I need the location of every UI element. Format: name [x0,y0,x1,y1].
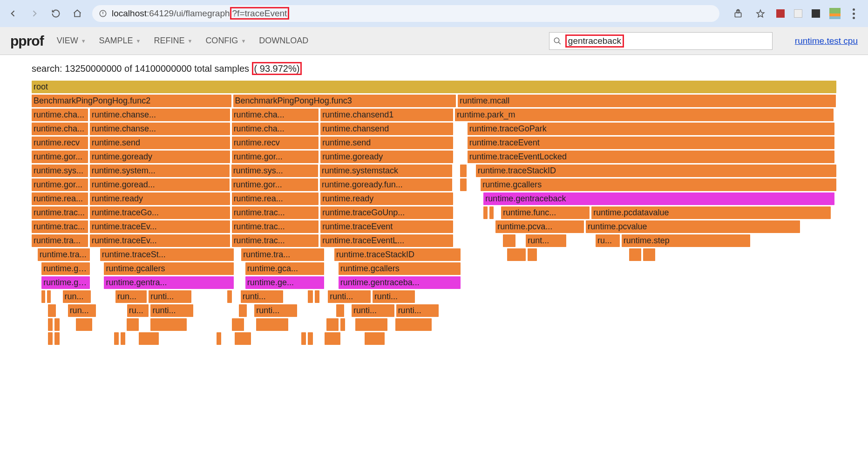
flame-frame[interactable]: runtime.gentraceback [483,192,834,205]
flame-frame[interactable] [395,318,432,331]
flame-frame[interactable]: runtime.traceStackID [476,165,836,177]
flame-frame[interactable]: runt... [526,234,566,247]
flame-frame[interactable]: runtime.sys... [231,165,318,177]
flame-frame[interactable]: runtime.trac... [32,220,88,233]
flame-frame[interactable]: runtime.gca... [245,262,324,275]
flame-frame[interactable] [48,304,56,317]
flame-frame[interactable]: runtime.cha... [232,123,319,135]
flame-frame[interactable]: runtime.func... [501,206,590,219]
flame-frame[interactable]: runtime.chanse... [90,109,230,121]
flame-frame[interactable]: runtime.systemstack [320,165,452,177]
flame-frame[interactable]: runtime.chansend [320,123,453,135]
flame-frame[interactable]: runtime.pcdatavalue [591,206,830,219]
flame-frame[interactable]: runtime.traceEventLocked [468,151,834,163]
flame-frame[interactable] [340,318,345,331]
extension-2[interactable] [794,9,802,18]
flame-frame[interactable]: runtime.gor... [32,178,88,191]
flame-frame[interactable] [308,290,312,303]
flame-frame[interactable]: runtime.ready [90,192,230,205]
flame-frame[interactable]: runtime.pcvalue [586,220,800,233]
flame-frame[interactable]: ru... [127,304,149,317]
flame-frame[interactable]: runtime.trac... [232,220,319,233]
flame-frame[interactable] [114,332,119,345]
flame-frame[interactable]: runti... [241,290,284,303]
search-input[interactable]: gentraceback [549,32,773,50]
star-icon[interactable] [754,7,767,20]
flame-frame[interactable]: runtime.ready [320,192,453,205]
flame-frame[interactable]: runti... [396,304,439,317]
flame-frame[interactable]: runtime.ge... [245,276,324,289]
flame-frame[interactable]: runti... [150,304,193,317]
flame-frame[interactable] [139,332,159,345]
flame-frame[interactable]: runtime.send [320,137,453,149]
flame-frame[interactable]: runtime.traceGoUnp... [320,206,453,219]
flame-frame[interactable]: runtime.chanse... [90,123,230,135]
flame-frame[interactable]: runtime.traceEvent [468,137,834,149]
home-button[interactable] [71,7,84,20]
flame-frame[interactable] [643,248,655,261]
flame-frame[interactable]: run... [63,290,91,303]
flame-frame[interactable]: runtime.gor... [231,178,318,191]
flame-frame[interactable]: runtime.trac... [232,234,319,247]
flame-frame[interactable]: runtime.traceGoPark [468,123,834,135]
flame-frame[interactable]: runtime.send [90,137,230,149]
address-bar[interactable]: localhost:64129/ui/flamegraph?f=traceEve… [92,5,719,22]
flame-frame[interactable]: runtime.tra... [241,248,324,261]
menu-refine[interactable]: REFINE▼ [154,36,192,46]
download-link[interactable]: DOWNLOAD [259,36,308,46]
flame-frame[interactable]: runtime.recv [32,137,88,149]
flame-frame[interactable] [365,332,385,345]
flame-frame[interactable]: runtime.cha... [232,109,319,121]
flame-frame[interactable]: runtime.mcall [458,95,836,107]
forward-button[interactable] [28,7,41,20]
flame-frame[interactable] [256,318,288,331]
flame-frame[interactable]: runtime.traceStackID [334,248,461,261]
flame-frame[interactable] [460,178,467,191]
flame-frame[interactable] [54,332,59,345]
flame-frame[interactable] [239,304,247,317]
flame-frame[interactable]: runtime.gentraceba... [339,276,461,289]
flame-frame[interactable] [121,332,125,345]
flame-frame[interactable]: root [32,81,836,93]
flame-frame[interactable]: runtime.cha... [32,123,88,135]
flame-frame[interactable]: runtime.gor... [32,151,88,163]
overflow-menu-icon[interactable] [850,8,858,19]
flame-frame[interactable] [355,318,387,331]
flame-frame[interactable] [48,332,53,345]
flame-frame[interactable] [150,318,187,331]
flame-frame[interactable]: runtime.traceEv... [90,220,230,233]
reload-button[interactable] [49,7,62,20]
flame-frame[interactable]: runtime.goready.fun... [320,178,452,191]
flame-frame[interactable] [315,290,319,303]
menu-config[interactable]: CONFIG▼ [205,36,246,46]
flame-frame[interactable] [336,304,344,317]
flame-frame[interactable]: runtime.sys... [32,165,88,177]
menu-sample[interactable]: SAMPLE▼ [99,36,141,46]
extension-1[interactable] [776,9,785,18]
flame-frame[interactable] [48,318,53,331]
flame-frame[interactable]: runtime.goready [320,151,453,163]
flame-frame[interactable] [227,290,232,303]
flame-frame[interactable]: runti... [373,290,415,303]
flame-frame[interactable] [41,290,45,303]
flame-frame[interactable]: runtime.gentra... [104,276,233,289]
flame-frame[interactable] [507,248,526,261]
flame-frame[interactable]: runtime.traceSt... [100,248,234,261]
flame-frame[interactable] [483,206,488,219]
flame-frame[interactable]: runtime.gor... [232,151,319,163]
flame-frame[interactable]: runtime.gcallers [104,262,233,275]
flame-frame[interactable]: runtime.traceEvent [320,220,453,233]
flame-frame[interactable]: runtime.rea... [232,192,319,205]
flame-frame[interactable]: runtime.pcva... [495,220,584,233]
flame-frame[interactable]: runtime.cha... [32,109,88,121]
flame-frame[interactable] [232,318,244,331]
flame-frame[interactable] [629,248,641,261]
flame-frame[interactable]: runtime.step [622,234,750,247]
flame-frame[interactable] [235,332,251,345]
profile-avatar[interactable] [829,8,841,19]
back-button[interactable] [7,7,20,20]
share-icon[interactable] [732,7,745,20]
flame-frame[interactable]: BenchmarkPingPongHog.func2 [32,95,231,107]
flame-frame[interactable]: runti... [328,290,371,303]
flame-frame[interactable] [325,332,341,345]
